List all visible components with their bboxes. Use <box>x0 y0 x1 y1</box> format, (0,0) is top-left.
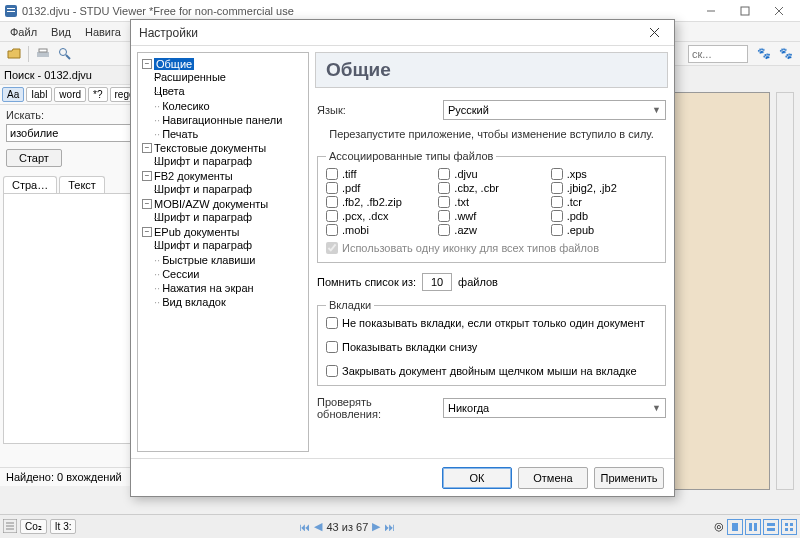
badge-co2[interactable]: Co₂ <box>20 519 47 534</box>
ft-txt[interactable]: .txt <box>438 196 544 208</box>
search-icon[interactable] <box>55 45 75 63</box>
tree-node-extended[interactable]: Расширенные <box>140 71 306 83</box>
apply-button[interactable]: Применить <box>594 467 664 489</box>
tabs-opt3[interactable]: Закрывать документ двойным щелчком мыши … <box>326 365 657 377</box>
nav-prev-icon[interactable]: ◀ <box>314 520 322 533</box>
menu-view[interactable]: Вид <box>45 24 77 40</box>
svg-rect-19 <box>767 528 775 531</box>
ft-fb2[interactable]: .fb2, .fb2.zip <box>326 196 432 208</box>
bookmark-icon[interactable]: 🐾 <box>754 45 774 63</box>
ft-pcx[interactable]: .pcx, .dcx <box>326 210 432 222</box>
tabs-opt2[interactable]: Показывать вкладки снизу <box>326 341 657 353</box>
cancel-button[interactable]: Отмена <box>518 467 588 489</box>
search-opt-word[interactable]: Iabl <box>26 87 52 102</box>
updates-select[interactable]: Никогда ▼ <box>443 398 666 418</box>
chevron-down-icon: ▼ <box>652 403 661 413</box>
updates-label: Проверять обновления: <box>317 396 437 420</box>
ft-djvu[interactable]: .djvu <box>438 168 544 180</box>
svg-rect-18 <box>767 523 775 526</box>
tree-node-epub-font[interactable]: Шрифт и параграф <box>140 239 306 251</box>
ft-xps[interactable]: .xps <box>551 168 657 180</box>
window-controls <box>694 0 796 22</box>
view-mode-icons <box>727 519 797 535</box>
tree-node-colors[interactable]: Цвета <box>140 85 306 97</box>
remember-label-post: файлов <box>458 276 498 288</box>
print-icon[interactable] <box>33 45 53 63</box>
document-page-preview[interactable] <box>662 92 770 490</box>
tree-node-fb2[interactable]: −FB2 документы <box>140 170 306 182</box>
ft-cbz[interactable]: .cbz, .cbr <box>438 182 544 194</box>
tree-node-tabsview[interactable]: ··Вид вкладок <box>140 296 306 308</box>
minimize-button[interactable] <box>694 0 728 22</box>
view-double-icon[interactable] <box>745 519 761 535</box>
dialog-close-button[interactable] <box>642 23 666 43</box>
tree-node-text-font[interactable]: Шрифт и параграф <box>140 155 306 167</box>
chevron-down-icon: ▼ <box>652 105 661 115</box>
tree-node-navpanels[interactable]: ··Навигационные панели <box>140 114 306 126</box>
nav-next-icon[interactable]: ▶ <box>372 520 380 533</box>
svg-rect-8 <box>39 49 47 52</box>
search-opt-whole[interactable]: word <box>54 87 86 102</box>
remember-label-pre: Помнить список из: <box>317 276 416 288</box>
ft-pdf[interactable]: .pdf <box>326 182 432 194</box>
window-title: 0132.djvu - STDU Viewer *Free for non-co… <box>22 5 694 17</box>
ft-wwf[interactable]: .wwf <box>438 210 544 222</box>
ft-epub[interactable]: .epub <box>551 224 657 236</box>
tree-node-general[interactable]: −Общие <box>140 58 306 70</box>
ft-mobi[interactable]: .mobi <box>326 224 432 236</box>
ok-button[interactable]: ОК <box>442 467 512 489</box>
toolbar-search-input[interactable] <box>688 45 748 63</box>
ft-tcr[interactable]: .tcr <box>551 196 657 208</box>
language-select[interactable]: Русский ▼ <box>443 100 666 120</box>
tree-node-epub[interactable]: −EPub документы <box>140 226 306 238</box>
status-bar: Co₂ It 3: ⏮ ◀ 43 из 67 ▶ ⏭ ◎ <box>0 514 800 538</box>
svg-rect-22 <box>785 528 788 531</box>
nav-first-icon[interactable]: ⏮ <box>299 521 310 533</box>
filetypes-fieldset: Ассоциированные типы файлов .tiff .djvu … <box>317 150 666 263</box>
preview-scrollbar[interactable] <box>776 92 794 490</box>
restart-hint: Перезапустите приложение, чтобы изменени… <box>315 128 668 140</box>
search-opt-case[interactable]: Aa <box>2 87 24 102</box>
view-grid-icon[interactable] <box>781 519 797 535</box>
tree-node-mobi-font[interactable]: Шрифт и параграф <box>140 211 306 223</box>
tab-text[interactable]: Текст <box>59 176 105 193</box>
tree-node-sessions[interactable]: ··Сессии <box>140 268 306 280</box>
svg-rect-20 <box>785 523 788 526</box>
one-icon-checkbox: Использовать одну иконку для всех типов … <box>326 242 657 254</box>
tree-node-wheel[interactable]: ··Колесико <box>140 100 306 112</box>
maximize-button[interactable] <box>728 0 762 22</box>
view-single-icon[interactable] <box>727 519 743 535</box>
settings-heading: Общие <box>315 52 668 88</box>
settings-tree[interactable]: −Общие Расширенные Цвета ··Колесико ··На… <box>137 52 309 452</box>
tabs-opt1[interactable]: Не показывать вкладки, если открыт тольк… <box>326 317 657 329</box>
svg-rect-15 <box>732 523 738 531</box>
updates-value: Никогда <box>448 402 489 414</box>
ft-jbig2[interactable]: .jbig2, .jb2 <box>551 182 657 194</box>
search-start-button[interactable]: Старт <box>6 149 62 167</box>
close-window-button[interactable] <box>762 0 796 22</box>
menu-nav[interactable]: Навига <box>79 24 127 40</box>
view-contin-icon[interactable] <box>763 519 779 535</box>
tabs-fieldset: Вкладки Не показывать вкладки, если откр… <box>317 299 666 386</box>
tree-node-screentap[interactable]: ··Нажатия на экран <box>140 282 306 294</box>
tree-node-fb2-font[interactable]: Шрифт и параграф <box>140 183 306 195</box>
menu-file[interactable]: Файл <box>4 24 43 40</box>
ft-pdb[interactable]: .pdb <box>551 210 657 222</box>
badge-it3[interactable]: It 3: <box>50 519 77 534</box>
target-icon[interactable]: ◎ <box>714 520 724 533</box>
tree-node-hotkeys[interactable]: ··Быстрые клавиши <box>140 254 306 266</box>
toc-icon[interactable] <box>3 519 17 535</box>
tree-node-mobi[interactable]: −MOBI/AZW документы <box>140 198 306 210</box>
ft-azw[interactable]: .azw <box>438 224 544 236</box>
tab-pages[interactable]: Стра… <box>3 176 57 193</box>
settings-dialog: Настройки −Общие Расширенные Цвета ··Кол… <box>130 19 675 497</box>
remember-count-input[interactable] <box>422 273 452 291</box>
open-icon[interactable] <box>4 45 24 63</box>
tree-node-textdocs[interactable]: −Текстовые документы <box>140 142 306 154</box>
search-opt-wildcard[interactable]: *? <box>88 87 107 102</box>
tree-node-print[interactable]: ··Печать <box>140 128 306 140</box>
ft-tiff[interactable]: .tiff <box>326 168 432 180</box>
bookmark2-icon[interactable]: 🐾 <box>776 45 796 63</box>
page-indicator: 43 из 67 <box>326 521 368 533</box>
nav-last-icon[interactable]: ⏭ <box>384 521 395 533</box>
